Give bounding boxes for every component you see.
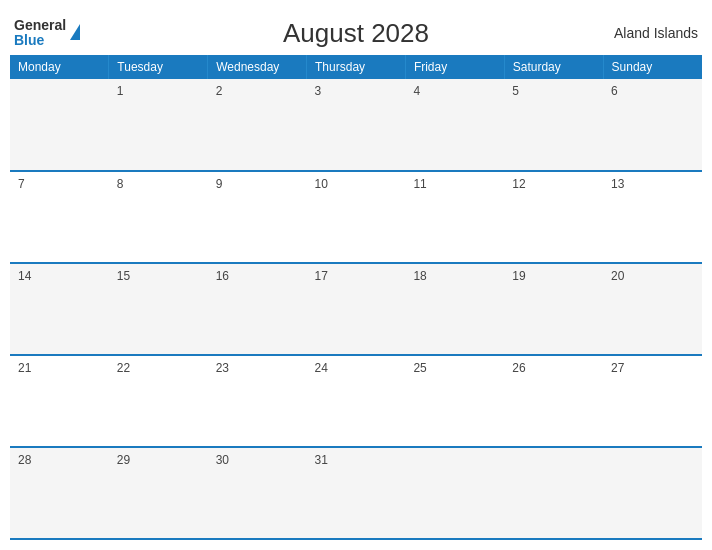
col-monday: Monday — [10, 55, 109, 79]
calendar-cell: 23 — [208, 355, 307, 447]
calendar-cell: 30 — [208, 447, 307, 539]
calendar-week-3: 14151617181920 — [10, 263, 702, 355]
day-number: 20 — [611, 269, 624, 283]
day-number: 18 — [413, 269, 426, 283]
day-number: 16 — [216, 269, 229, 283]
calendar-cell: 6 — [603, 79, 702, 171]
days-of-week-row: Monday Tuesday Wednesday Thursday Friday… — [10, 55, 702, 79]
calendar-cell: 17 — [307, 263, 406, 355]
logo-text: General Blue — [14, 18, 66, 49]
calendar-cell: 21 — [10, 355, 109, 447]
calendar-cell: 24 — [307, 355, 406, 447]
calendar-cell: 28 — [10, 447, 109, 539]
day-number: 22 — [117, 361, 130, 375]
day-number: 7 — [18, 177, 25, 191]
calendar-cell: 2 — [208, 79, 307, 171]
day-number: 21 — [18, 361, 31, 375]
calendar-cell: 15 — [109, 263, 208, 355]
day-number: 14 — [18, 269, 31, 283]
col-wednesday: Wednesday — [208, 55, 307, 79]
calendar-table: Monday Tuesday Wednesday Thursday Friday… — [10, 55, 702, 540]
col-saturday: Saturday — [504, 55, 603, 79]
col-friday: Friday — [405, 55, 504, 79]
calendar-body: 1234567891011121314151617181920212223242… — [10, 79, 702, 539]
day-number: 17 — [315, 269, 328, 283]
day-number: 27 — [611, 361, 624, 375]
day-number: 4 — [413, 84, 420, 98]
day-number: 28 — [18, 453, 31, 467]
calendar-cell: 1 — [109, 79, 208, 171]
calendar-cell — [10, 79, 109, 171]
calendar-cell: 7 — [10, 171, 109, 263]
calendar-cell — [405, 447, 504, 539]
calendar-cell: 26 — [504, 355, 603, 447]
region-label: Aland Islands — [614, 25, 698, 41]
calendar-title: August 2028 — [283, 18, 429, 49]
day-number: 11 — [413, 177, 426, 191]
col-thursday: Thursday — [307, 55, 406, 79]
calendar-header-row: Monday Tuesday Wednesday Thursday Friday… — [10, 55, 702, 79]
day-number: 13 — [611, 177, 624, 191]
day-number: 9 — [216, 177, 223, 191]
day-number: 30 — [216, 453, 229, 467]
calendar-cell: 27 — [603, 355, 702, 447]
calendar-cell: 10 — [307, 171, 406, 263]
day-number: 29 — [117, 453, 130, 467]
day-number: 1 — [117, 84, 124, 98]
day-number: 8 — [117, 177, 124, 191]
calendar-cell: 20 — [603, 263, 702, 355]
calendar-cell: 19 — [504, 263, 603, 355]
calendar-week-1: 123456 — [10, 79, 702, 171]
calendar-cell: 12 — [504, 171, 603, 263]
day-number: 26 — [512, 361, 525, 375]
calendar-week-5: 28293031 — [10, 447, 702, 539]
calendar-header: General Blue August 2028 Aland Islands — [10, 10, 702, 55]
calendar-cell: 5 — [504, 79, 603, 171]
calendar-cell: 13 — [603, 171, 702, 263]
calendar-cell: 22 — [109, 355, 208, 447]
calendar-cell — [504, 447, 603, 539]
day-number: 25 — [413, 361, 426, 375]
calendar-cell: 9 — [208, 171, 307, 263]
day-number: 10 — [315, 177, 328, 191]
calendar-cell: 8 — [109, 171, 208, 263]
col-sunday: Sunday — [603, 55, 702, 79]
calendar-cell: 14 — [10, 263, 109, 355]
logo: General Blue — [14, 18, 80, 49]
calendar-cell: 29 — [109, 447, 208, 539]
day-number: 23 — [216, 361, 229, 375]
day-number: 15 — [117, 269, 130, 283]
calendar-cell: 4 — [405, 79, 504, 171]
day-number: 2 — [216, 84, 223, 98]
logo-triangle-icon — [70, 24, 80, 40]
calendar-week-2: 78910111213 — [10, 171, 702, 263]
calendar-cell — [603, 447, 702, 539]
calendar-cell: 18 — [405, 263, 504, 355]
calendar-cell: 31 — [307, 447, 406, 539]
calendar-cell: 25 — [405, 355, 504, 447]
day-number: 6 — [611, 84, 618, 98]
logo-general: General — [14, 18, 66, 33]
calendar-week-4: 21222324252627 — [10, 355, 702, 447]
calendar-cell: 3 — [307, 79, 406, 171]
calendar-cell: 11 — [405, 171, 504, 263]
col-tuesday: Tuesday — [109, 55, 208, 79]
calendar-cell: 16 — [208, 263, 307, 355]
day-number: 12 — [512, 177, 525, 191]
day-number: 19 — [512, 269, 525, 283]
day-number: 31 — [315, 453, 328, 467]
day-number: 5 — [512, 84, 519, 98]
day-number: 3 — [315, 84, 322, 98]
day-number: 24 — [315, 361, 328, 375]
logo-blue: Blue — [14, 33, 66, 48]
